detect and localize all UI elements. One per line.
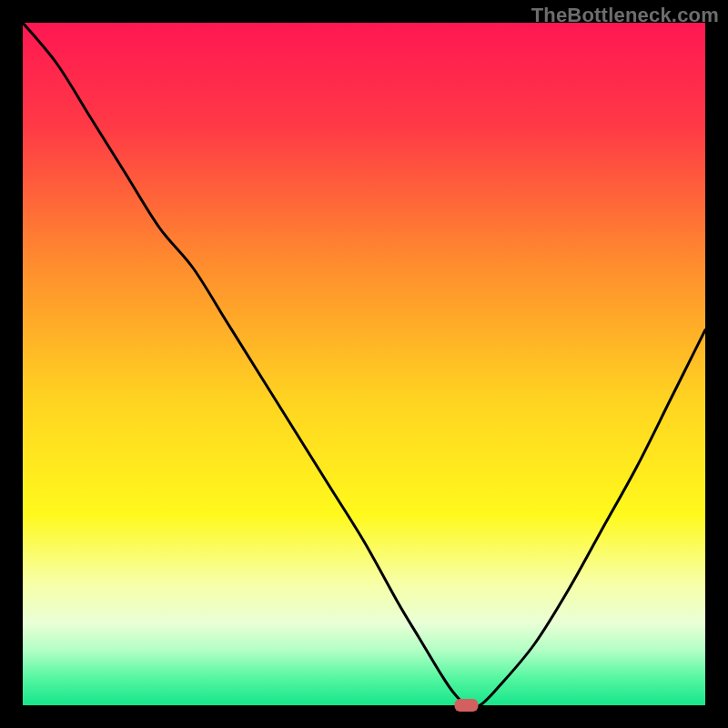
chart-plot-area — [23, 23, 705, 705]
watermark-text: TheBottleneck.com — [531, 4, 719, 27]
chart-container: TheBottleneck.com — [0, 0, 728, 728]
bottleneck-chart — [0, 0, 728, 728]
optimal-point-marker — [455, 699, 479, 712]
